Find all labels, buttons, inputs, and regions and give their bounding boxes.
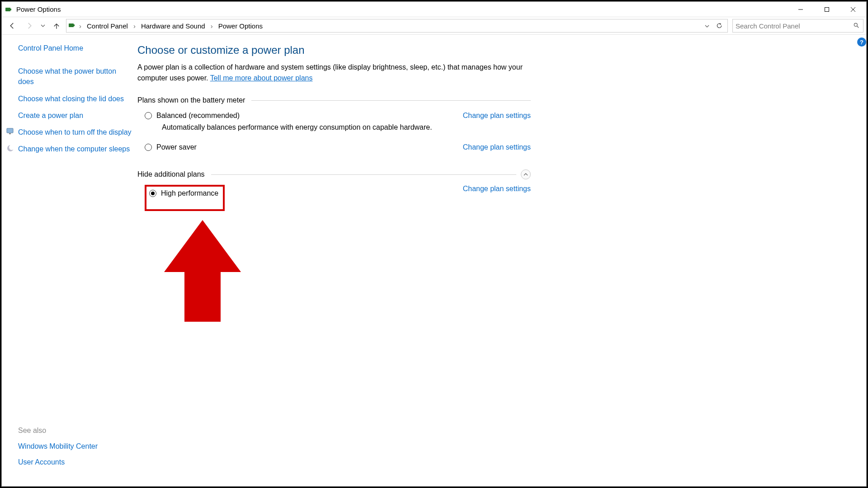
- page-heading: Choose or customize a power plan: [137, 44, 857, 56]
- plan-high-row: High performance Change plan settings: [137, 185, 531, 211]
- radio-unchecked[interactable]: [145, 112, 152, 119]
- plan-saver-label: Power saver: [156, 143, 197, 151]
- see-also-head: See also: [18, 427, 98, 435]
- see-also-accounts[interactable]: User Accounts: [18, 457, 98, 467]
- change-plan-high[interactable]: Change plan settings: [463, 185, 531, 193]
- search-box[interactable]: [732, 19, 863, 33]
- chevron-right-icon: ›: [208, 22, 216, 30]
- page-description: A power plan is a collection of hardware…: [137, 62, 535, 84]
- navbar: › Control Panel › Hardware and Sound › P…: [2, 17, 866, 35]
- see-also: See also Windows Mobility Center User Ac…: [18, 427, 98, 473]
- battery-icon: [5, 5, 13, 14]
- close-button[interactable]: [840, 2, 866, 17]
- plan-saver-row: Power saver Change plan settings: [137, 143, 531, 151]
- window-title: Power Options: [16, 5, 61, 13]
- see-also-mobility[interactable]: Windows Mobility Center: [18, 441, 98, 451]
- main-content: Choose or customize a power plan A power…: [137, 35, 866, 486]
- chevron-right-icon: ›: [76, 22, 84, 30]
- group-additional: Hide additional plans: [137, 169, 531, 179]
- plan-balanced-row: Balanced (recommended) Change plan setti…: [137, 112, 531, 120]
- plan-high-label: High performance: [161, 189, 218, 197]
- group-battery-meter: Plans shown on the battery meter: [137, 96, 531, 104]
- refresh-button[interactable]: [713, 23, 726, 29]
- svg-point-14: [9, 145, 14, 150]
- window-controls: [788, 2, 866, 17]
- control-panel-window: Power Options › Control Panel › Hardware…: [1, 1, 867, 487]
- svg-line-10: [857, 26, 859, 28]
- plan-balanced-desc: Automatically balances performance with …: [137, 123, 531, 131]
- forward-button[interactable]: [22, 18, 37, 33]
- learn-more-link[interactable]: Tell me more about power plans: [210, 74, 313, 82]
- svg-rect-12: [9, 133, 11, 134]
- search-input[interactable]: [736, 22, 860, 30]
- sidebar-close-lid[interactable]: Choose what closing the lid does: [18, 94, 133, 104]
- radio-checked[interactable]: [149, 190, 156, 197]
- search-icon: [853, 22, 859, 30]
- breadcrumb-hardware-sound[interactable]: Hardware and Sound: [139, 21, 207, 31]
- chevron-right-icon: ›: [131, 22, 138, 30]
- address-bar[interactable]: › Control Panel › Hardware and Sound › P…: [66, 19, 728, 33]
- up-button[interactable]: [49, 18, 64, 33]
- display-icon: [6, 127, 14, 136]
- titlebar: Power Options: [2, 2, 866, 17]
- annotation-highlight-box: High performance: [145, 185, 225, 211]
- divider: [251, 100, 531, 101]
- sidebar-turn-off-display[interactable]: Choose when to turn off the display: [18, 127, 133, 137]
- address-dropdown[interactable]: [702, 22, 712, 30]
- svg-rect-8: [74, 24, 75, 26]
- sidebar-power-button[interactable]: Choose what the power button does: [18, 66, 133, 87]
- svg-marker-15: [164, 220, 241, 322]
- change-plan-saver[interactable]: Change plan settings: [463, 143, 531, 151]
- svg-rect-7: [69, 23, 74, 27]
- battery-icon: [68, 22, 75, 30]
- svg-rect-1: [10, 9, 11, 10]
- change-plan-balanced[interactable]: Change plan settings: [463, 112, 531, 120]
- back-button[interactable]: [5, 18, 20, 33]
- breadcrumb-power-options[interactable]: Power Options: [217, 21, 264, 31]
- collapse-button[interactable]: [521, 169, 531, 179]
- plan-high-performance[interactable]: High performance: [149, 189, 218, 197]
- sidebar-create-plan[interactable]: Create a power plan: [18, 110, 133, 121]
- plan-balanced[interactable]: Balanced (recommended): [145, 112, 240, 120]
- content-body: ? Control Panel Home Choose what the pow…: [2, 35, 866, 486]
- annotation-arrow-up-icon: [162, 220, 243, 325]
- minimize-button[interactable]: [788, 2, 814, 17]
- breadcrumb-control-panel[interactable]: Control Panel: [85, 21, 130, 31]
- svg-rect-4: [825, 7, 829, 11]
- sidebar: Control Panel Home Choose what the power…: [2, 35, 137, 486]
- sidebar-home[interactable]: Control Panel Home: [18, 43, 133, 53]
- svg-rect-11: [7, 128, 13, 133]
- plan-saver[interactable]: Power saver: [145, 143, 197, 151]
- sidebar-computer-sleeps[interactable]: Change when the computer sleeps: [18, 144, 133, 154]
- history-dropdown[interactable]: [39, 23, 47, 28]
- svg-point-9: [854, 23, 857, 26]
- radio-unchecked[interactable]: [145, 144, 152, 151]
- moon-icon: [6, 144, 14, 152]
- divider: [211, 174, 516, 175]
- plan-balanced-label: Balanced (recommended): [156, 112, 240, 120]
- svg-rect-0: [5, 8, 10, 11]
- maximize-button[interactable]: [814, 2, 840, 17]
